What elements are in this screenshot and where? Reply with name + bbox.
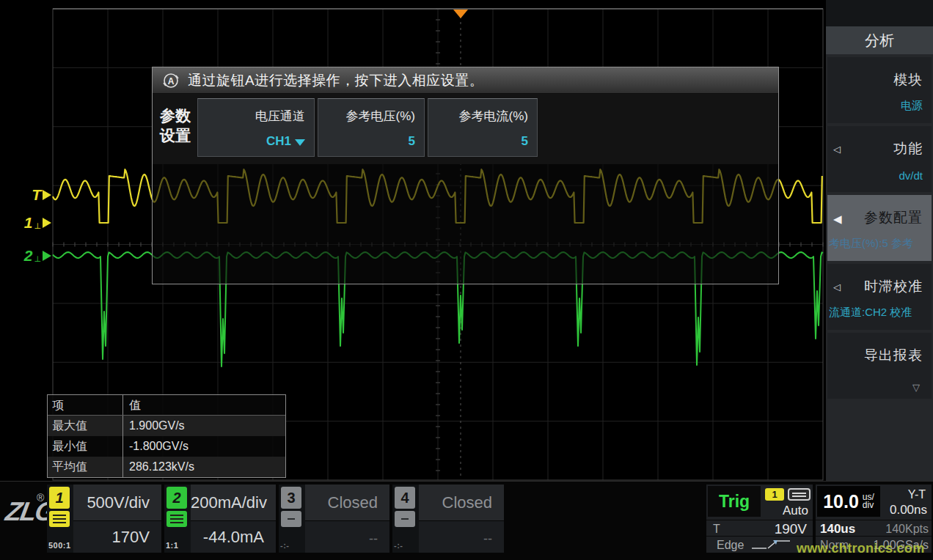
collapse-arrow-icon: ◀ <box>833 213 842 226</box>
trigger-status: Trig <box>708 486 761 517</box>
ch2-arrow-icon <box>43 251 51 261</box>
menu-item-export-report[interactable]: 导出报表 ▽ <box>827 333 932 399</box>
ch3-coupling-icon <box>281 511 301 527</box>
capture-window: 140us <box>820 522 855 537</box>
knob-settings-dialog: A 通过旋钮A进行选择操作，按下进入相应设置。 参数 设置 电压通道 CH1 参… <box>152 67 779 284</box>
ch1-coupling-icon <box>49 511 70 527</box>
ch1-badge: 1 <box>49 487 70 509</box>
ch1-scale: 500V/div <box>73 485 161 521</box>
memory-depth: 140Kpts <box>885 523 929 536</box>
dialog-body-overlay <box>153 164 778 284</box>
sidebar-top-spacer <box>826 0 933 26</box>
ch3-offset: -- <box>369 531 378 547</box>
ground-icon: ⊥ <box>34 221 41 231</box>
table-row: 最大值 1.900GV/s <box>48 416 285 436</box>
collapse-arrow-icon: ◁ <box>833 144 841 155</box>
measurement-table: 项 值 最大值 1.900GV/s 最小值 -1.800GV/s 平均值 286… <box>47 394 286 478</box>
ch4-coupling-icon <box>395 511 415 527</box>
ch4-badge: 4 <box>395 487 415 509</box>
collapse-arrow-icon: ◁ <box>833 281 841 292</box>
voltage-channel-button[interactable]: 电压通道 CH1 <box>197 98 315 157</box>
ch4-offset: -- <box>483 531 492 547</box>
col-item-header: 项 <box>48 395 123 415</box>
menu-title: 分析 <box>826 26 933 54</box>
trigger-source-badge: 1 <box>765 488 784 501</box>
status-bar: ZLG ® 1 500:1 500V/div 170V 2 1:1 200mA/… <box>0 481 933 560</box>
param-settings-label: 参数 设置 <box>160 106 191 145</box>
channel1-block[interactable]: 1 500:1 500V/div 170V <box>47 485 161 553</box>
ch2-probe-ratio: 1:1 <box>166 541 178 550</box>
trigger-level-value: 190V <box>775 521 807 537</box>
ch1-marker-label: 1 <box>24 214 33 232</box>
oscilloscope-screen: T 1 ⊥ 2 ⊥ A 通过旋钮A进行选择操作，按下进入相应设置。 参数 设置 <box>0 0 933 560</box>
col-value-header: 值 <box>123 395 285 415</box>
trigger-mode: Auto <box>783 504 808 518</box>
dialog-param-row: 参数 设置 电压通道 CH1 参考电压(%) 5 参考电流(%) 5 <box>153 94 778 164</box>
ch3-probe-ratio: -:- <box>280 541 290 550</box>
menu-item-param-config[interactable]: ◀ 参数配置 考电压(%):5 参考 <box>827 195 932 261</box>
ch4-probe-ratio: -:- <box>394 541 403 550</box>
rising-edge-icon <box>749 538 793 551</box>
registered-mark: ® <box>37 492 44 504</box>
knob-a-icon: A <box>161 71 180 90</box>
channel2-block[interactable]: 2 1:1 200mA/div -44.0mA <box>164 485 276 553</box>
dropdown-arrow-icon <box>295 139 305 146</box>
dialog-header: A 通过旋钮A进行选择操作，按下进入相应设置。 <box>153 67 778 94</box>
ch4-scale: Closed <box>419 485 504 521</box>
ground-icon: ⊥ <box>34 254 41 264</box>
ch3-scale: Closed <box>305 485 389 521</box>
menu-item-deskew[interactable]: ◁ 时滞校准 流通道:CH2 校准 <box>827 264 932 330</box>
ch2-scale: 200mA/div <box>191 485 276 521</box>
timebase-scale-box: 10.0 us/div <box>817 486 880 517</box>
display-mode: Y-T <box>908 488 926 501</box>
timebase-scale: 10.0 <box>823 491 859 512</box>
voltage-channel-value: CH1 <box>266 134 291 148</box>
trigger-position-icon <box>453 10 468 18</box>
trigger-type: Edge <box>717 539 744 552</box>
ref-current-button[interactable]: 参考电流(%) 5 <box>428 98 538 157</box>
trigger-marker-label: T <box>32 186 41 204</box>
ref-voltage-value: 5 <box>409 134 415 149</box>
analysis-menu: 分析 模块 电源 ◁ 功能 dv/dt ◀ 参数配置 考电压(%):5 参考 ◁… <box>826 0 933 481</box>
channel4-block[interactable]: 4 -:- Closed -- <box>392 485 504 553</box>
menu-item-module[interactable]: 模块 电源 <box>827 57 932 123</box>
svg-text:A: A <box>168 75 175 86</box>
menu-item-function[interactable]: ◁ 功能 dv/dt <box>827 126 932 192</box>
trigger-coupling-icon <box>788 488 811 501</box>
trigger-level-label: T <box>713 523 720 536</box>
ch2-marker-label: 2 <box>24 247 33 265</box>
ch2-ground-marker[interactable]: 2 ⊥ <box>12 247 51 265</box>
ch2-coupling-icon <box>167 511 187 527</box>
ref-current-value: 5 <box>522 134 528 149</box>
dialog-title: 通过旋钮A进行选择操作，按下进入相应设置。 <box>188 71 483 90</box>
table-row: 平均值 286.123kV/s <box>48 457 285 477</box>
trigger-level-marker[interactable]: T <box>12 186 51 204</box>
ref-voltage-button[interactable]: 参考电压(%) 5 <box>318 98 425 157</box>
ch1-offset: 170V <box>112 528 150 547</box>
ch1-probe-ratio: 500:1 <box>48 541 71 550</box>
timebase-unit: us/div <box>863 493 874 509</box>
horizontal-delay: 0.00ns <box>890 503 927 517</box>
ch2-badge: 2 <box>167 487 187 509</box>
chevron-down-icon: ▽ <box>912 382 920 393</box>
ch1-arrow-icon <box>43 218 51 228</box>
ch2-offset: -44.0mA <box>203 528 264 547</box>
ch3-badge: 3 <box>281 487 301 509</box>
table-header-row: 项 值 <box>48 395 285 416</box>
ch1-ground-marker[interactable]: 1 ⊥ <box>12 214 51 232</box>
channel3-block[interactable]: 3 -:- Closed -- <box>279 485 389 553</box>
trigger-arrow-icon <box>43 190 51 200</box>
table-row: 最小值 -1.800GV/s <box>48 436 285 457</box>
watermark: www.chtronics.com <box>797 541 924 556</box>
